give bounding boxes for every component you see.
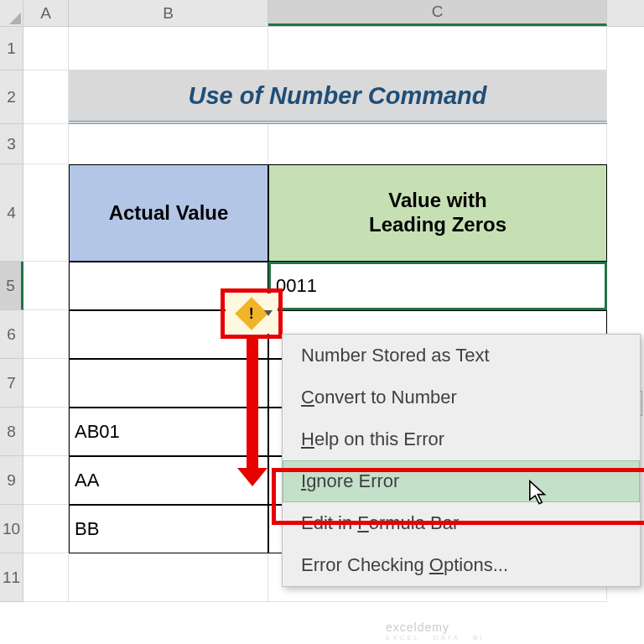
header-c-line1: Value with (388, 189, 486, 211)
cell-b11[interactable] (69, 553, 268, 602)
cell-b7[interactable] (69, 359, 268, 408)
row-header-11[interactable]: 11 (0, 553, 23, 602)
menu-underline-o: O (429, 554, 444, 575)
row-header-7[interactable]: 7 (0, 359, 23, 408)
row-header-10[interactable]: 10 (0, 505, 23, 553)
cell-a6[interactable] (23, 310, 69, 359)
row-header-6[interactable]: 6 (0, 310, 23, 359)
row-header-2[interactable]: 2 (0, 70, 23, 124)
cell-b3[interactable] (69, 124, 268, 164)
annotation-arrow (247, 339, 258, 470)
menu-underline-f: F (357, 512, 368, 533)
row-header-4[interactable]: 4 (0, 164, 23, 262)
menu-underline-c: C (301, 387, 314, 408)
cell-a2[interactable] (23, 70, 69, 124)
cell-c5[interactable]: 0011 (268, 262, 607, 310)
cell-a4[interactable] (23, 164, 69, 262)
menu-help-on-error[interactable]: Help on this Error (283, 418, 640, 460)
error-context-menu: Number Stored as Text Convert to Number … (282, 334, 641, 587)
row-header-5[interactable]: 5 (0, 262, 23, 310)
menu-underline-h: H (301, 428, 314, 449)
cell-b10[interactable]: BB (69, 505, 268, 553)
menu-edit-formula-bar[interactable]: Edit in Formula Bar (283, 502, 640, 544)
row-header-1[interactable]: 1 (0, 27, 23, 70)
menu-number-stored-as-text[interactable]: Number Stored as Text (283, 335, 640, 377)
mouse-cursor-icon (528, 480, 550, 512)
col-header-c[interactable]: C (268, 0, 607, 26)
cell-a3[interactable] (23, 124, 69, 164)
watermark: exceldemy EXCEL · DATA · BI (386, 621, 485, 641)
cell-c3[interactable] (268, 124, 607, 164)
col-header-b[interactable]: B (69, 0, 268, 26)
menu-error-checking-options[interactable]: Error Checking Options... (283, 544, 640, 586)
header-c-line2: Leading Zeros (369, 213, 506, 236)
cell-a5[interactable] (23, 262, 69, 310)
select-all-corner[interactable] (0, 0, 23, 26)
cell-a9[interactable] (23, 456, 69, 505)
warning-icon: ! (235, 297, 268, 330)
cell-b1[interactable] (69, 27, 268, 70)
row-header-3[interactable]: 3 (0, 124, 23, 164)
error-smart-tag[interactable]: ! (226, 293, 278, 334)
cell-a1[interactable] (23, 27, 69, 70)
cell-c1[interactable] (268, 27, 607, 70)
chevron-down-icon (264, 310, 273, 316)
header-actual-value[interactable]: Actual Value (69, 164, 268, 262)
cell-b8[interactable]: AB01 (69, 408, 268, 456)
header-leading-zeros[interactable]: Value with Leading Zeros (268, 164, 607, 262)
column-headers: A B C (0, 0, 644, 27)
cell-a10[interactable] (23, 505, 69, 553)
cell-a8[interactable] (23, 408, 69, 456)
menu-ignore-error[interactable]: Ignore Error (283, 460, 640, 502)
cell-a7[interactable] (23, 359, 69, 408)
cell-a11[interactable] (23, 553, 69, 602)
row-header-8[interactable]: 8 (0, 408, 23, 456)
menu-convert-to-number[interactable]: Convert to Number (283, 377, 640, 418)
col-header-a[interactable]: A (23, 0, 69, 26)
row-header-9[interactable]: 9 (0, 456, 23, 505)
title-cell[interactable]: Use of Number Command (69, 70, 607, 124)
